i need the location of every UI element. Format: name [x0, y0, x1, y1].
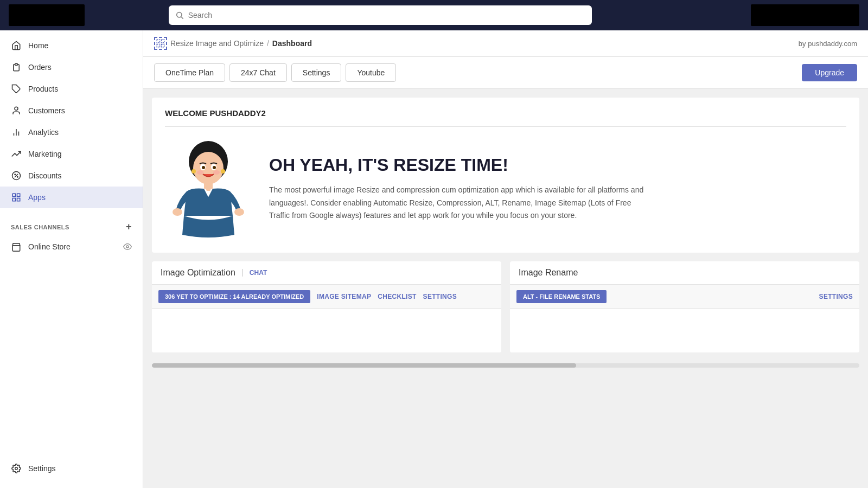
tab-onetime-plan[interactable]: OneTime Plan [154, 63, 225, 82]
sidebar-label-discounts: Discounts [28, 171, 61, 180]
svg-rect-14 [12, 198, 15, 201]
svg-point-4 [15, 107, 18, 110]
optimization-stats-badge[interactable]: 306 YET TO OPTIMIZE : 14 ALREADY OPTIMIZ… [158, 290, 310, 303]
checklist-link[interactable]: CHECKLIST [378, 293, 416, 300]
image-optimization-actions: 306 YET TO OPTIMIZE : 14 ALREADY OPTIMIZ… [152, 285, 501, 309]
sidebar-item-products[interactable]: Products [0, 78, 143, 100]
image-rename-card: Image Rename ALT - FILE RENAME STATS SET… [510, 261, 859, 352]
app-icon [154, 37, 167, 50]
sidebar-item-analytics[interactable]: Analytics [0, 121, 143, 143]
sidebar-item-settings[interactable]: Settings [0, 458, 143, 479]
breadcrumb-current: Dashboard [272, 39, 312, 48]
breadcrumb-parent: Resize Image and Optimize [170, 39, 264, 48]
image-opt-settings-link[interactable]: SETTINGS [423, 293, 457, 300]
tab-24x7-chat[interactable]: 24x7 Chat [229, 63, 287, 82]
svg-rect-18 [157, 40, 159, 42]
analytics-icon [11, 127, 22, 138]
tab-youtube[interactable]: Youtube [346, 63, 396, 82]
svg-point-33 [173, 208, 182, 216]
topbar-logo [9, 4, 85, 26]
topbar-right-logo [751, 4, 859, 26]
svg-point-34 [234, 208, 244, 216]
sidebar-label-apps: Apps [28, 193, 46, 202]
sidebar-item-home[interactable]: Home [0, 35, 143, 56]
svg-point-30 [192, 169, 196, 174]
breadcrumb-bar: Resize Image and Optimize / Dashboard by… [143, 30, 868, 57]
eye-icon[interactable] [123, 242, 132, 251]
svg-point-26 [202, 166, 205, 169]
sidebar-label-home: Home [28, 41, 48, 50]
svg-rect-20 [157, 44, 159, 47]
image-sitemap-link[interactable]: IMAGE SITEMAP [317, 293, 371, 300]
add-sales-channel-icon[interactable]: + [126, 221, 132, 233]
main-layout: Home Orders Products [0, 30, 868, 488]
svg-point-28 [197, 170, 203, 175]
svg-rect-12 [12, 194, 15, 196]
sidebar: Home Orders Products [0, 30, 143, 488]
sidebar-item-orders[interactable]: Orders [0, 56, 143, 78]
sidebar-nav: Home Orders Products [0, 30, 143, 213]
breadcrumb-separator: / [267, 39, 269, 48]
image-rename-actions: ALT - FILE RENAME STATS SETTINGS [510, 285, 859, 309]
by-text: by pushdaddy.com [799, 40, 857, 48]
sidebar-item-online-store[interactable]: Online Store [0, 236, 143, 258]
home-icon [11, 40, 22, 51]
image-optimization-header: Image Optimization CHAT [152, 261, 501, 285]
welcome-body: OH YEAH, IT'S RESIZE TIME! The most powe… [165, 127, 846, 242]
orders-icon [11, 62, 22, 73]
discounts-icon [11, 170, 22, 181]
topbar [0, 0, 868, 30]
svg-point-23 [193, 152, 224, 184]
rename-stats-badge[interactable]: ALT - FILE RENAME STATS [516, 290, 607, 303]
upgrade-button[interactable]: Upgrade [802, 64, 857, 81]
sidebar-label-settings: Settings [28, 464, 56, 473]
welcome-section: WELCOME PUSHDADDY2 [152, 98, 859, 253]
svg-point-0 [176, 12, 181, 17]
store-icon [11, 241, 22, 252]
sidebar-label-online-store: Online Store [28, 242, 71, 251]
chat-badge[interactable]: CHAT [242, 269, 267, 277]
svg-point-31 [221, 169, 225, 174]
welcome-heading: OH YEAH, IT'S RESIZE TIME! [269, 155, 649, 175]
image-rename-title: Image Rename [519, 268, 578, 278]
welcome-title: WELCOME PUSHDADDY2 [165, 108, 846, 127]
sidebar-item-discounts[interactable]: Discounts [0, 165, 143, 187]
svg-point-27 [213, 166, 216, 169]
svg-point-17 [15, 467, 18, 470]
settings-icon [11, 463, 22, 474]
svg-rect-2 [15, 63, 18, 65]
marketing-icon [11, 149, 22, 159]
image-rename-settings-link[interactable]: SETTINGS [819, 293, 853, 300]
breadcrumb: Resize Image and Optimize / Dashboard [154, 37, 312, 50]
svg-rect-21 [162, 44, 164, 47]
welcome-description: The most powerful image Resize and compr… [269, 184, 649, 222]
svg-rect-15 [17, 198, 20, 201]
mascot-illustration [165, 140, 252, 237]
apps-icon [11, 192, 22, 203]
svg-rect-13 [17, 194, 20, 196]
image-optimization-content [152, 309, 501, 352]
sidebar-item-customers[interactable]: Customers [0, 100, 143, 121]
image-rename-header: Image Rename [510, 261, 859, 285]
sales-channels-label: SALES CHANNELS + [0, 213, 143, 236]
svg-point-11 [17, 177, 18, 178]
products-icon [11, 84, 22, 94]
main-content: Resize Image and Optimize / Dashboard by… [143, 30, 868, 488]
customers-icon [11, 105, 22, 116]
tab-bar: OneTime Plan 24x7 Chat Settings Youtube … [143, 57, 868, 89]
svg-point-29 [213, 170, 220, 175]
welcome-text: OH YEAH, IT'S RESIZE TIME! The most powe… [269, 155, 649, 222]
sidebar-item-marketing[interactable]: Marketing [0, 143, 143, 165]
svg-point-16 [126, 246, 129, 248]
tab-settings[interactable]: Settings [291, 63, 342, 82]
image-optimization-title: Image Optimization [161, 268, 235, 278]
sidebar-label-marketing: Marketing [28, 150, 61, 158]
sidebar-item-apps[interactable]: Apps [0, 187, 143, 208]
sidebar-label-analytics: Analytics [28, 128, 59, 137]
topbar-search-container [169, 5, 592, 25]
svg-point-10 [15, 174, 16, 175]
image-optimization-card: Image Optimization CHAT 306 YET TO OPTIM… [152, 261, 501, 352]
svg-rect-19 [162, 40, 164, 42]
bottom-sections: Image Optimization CHAT 306 YET TO OPTIM… [143, 253, 868, 361]
search-input[interactable] [188, 11, 585, 20]
